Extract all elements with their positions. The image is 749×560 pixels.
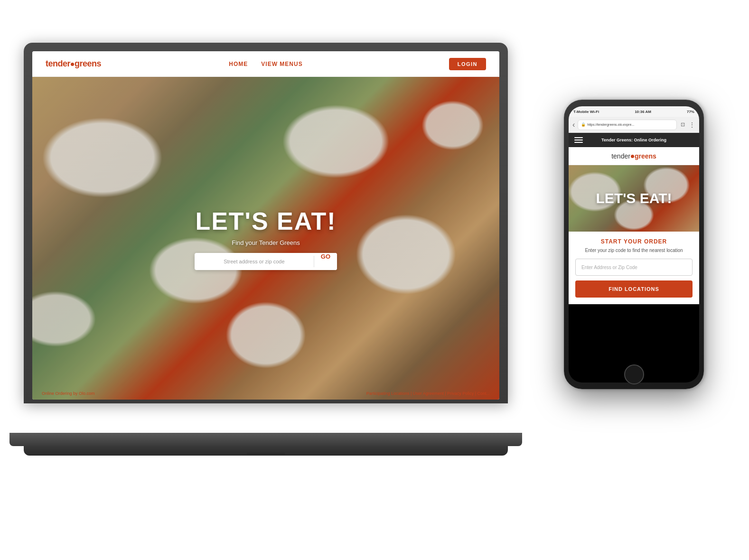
search-address-input[interactable]: Street address or zip code <box>195 259 314 264</box>
phone-device: T-Mobile Wi-Fi 10:36 AM 77% ‹ 🔒 https://… <box>564 100 704 389</box>
phone-screen: T-Mobile Wi-Fi 10:36 AM 77% ‹ 🔒 https://… <box>569 106 699 383</box>
phone-url-field[interactable]: 🔒 https://tendergreens.olo.expre... <box>578 120 677 130</box>
tab-icon[interactable]: ⊡ <box>681 121 685 128</box>
phone-frame: T-Mobile Wi-Fi 10:36 AM 77% ‹ 🔒 https://… <box>564 100 704 389</box>
footer-right: Participating Locations | User Agreement… <box>366 391 490 396</box>
laptop-notch <box>247 453 285 456</box>
phone-home-button[interactable] <box>624 364 644 384</box>
laptop-frame: tendergreens HOME VIEW MENUS LOGIN LET'S <box>24 43 508 403</box>
logo-span-part: greens <box>75 59 101 68</box>
nav-home[interactable]: HOME <box>229 61 248 67</box>
go-button[interactable]: GO <box>314 253 337 270</box>
find-locations-button[interactable]: FIND LOCATIONS <box>575 280 693 298</box>
start-order-heading: START YOUR ORDER <box>575 238 693 245</box>
search-bar[interactable]: Street address or zip code GO <box>195 253 337 270</box>
phone-logo-dot-icon <box>631 155 634 158</box>
phone-url-bar: ‹ 🔒 https://tendergreens.olo.expre... ⊡ … <box>569 117 699 133</box>
phone-back-button[interactable]: ‹ <box>572 121 575 129</box>
phone-page-title-bar: Tender Greens: Online Ordering <box>569 133 699 147</box>
phone-logo-text: tender <box>611 152 630 160</box>
scene: tendergreens HOME VIEW MENUS LOGIN LET'S <box>0 0 749 560</box>
laptop-screen: tendergreens HOME VIEW MENUS LOGIN LET'S <box>32 51 499 400</box>
phone-hero: LET'S EAT! <box>569 165 699 232</box>
phone-logo-span: greens <box>635 152 656 160</box>
site-header: tendergreens HOME VIEW MENUS LOGIN <box>32 51 499 77</box>
phone-battery: 77% <box>687 110 694 114</box>
phone-carrier: T-Mobile Wi-Fi <box>573 110 599 114</box>
logo-dot-icon <box>71 63 74 66</box>
site-nav: HOME VIEW MENUS <box>229 61 302 67</box>
phone-logo: tendergreens <box>611 152 656 160</box>
hero-section: LET'S EAT! Find your Tender Greens Stree… <box>32 77 499 400</box>
lock-icon: 🔒 <box>581 122 586 127</box>
phone-order-section: START YOUR ORDER Enter your zip code to … <box>569 232 699 304</box>
address-input[interactable]: Enter Address or Zip Code <box>575 259 693 276</box>
address-placeholder-text: Enter Address or Zip Code <box>581 265 637 270</box>
laptop-base <box>9 433 522 446</box>
phone-hero-title: LET'S EAT! <box>596 190 672 206</box>
footer-left: Online Ordering by Olo.com <box>42 391 95 396</box>
more-options-icon[interactable]: ⋮ <box>689 121 695 129</box>
site-footer: Online Ordering by Olo.com Participating… <box>32 391 499 396</box>
nav-menus[interactable]: VIEW MENUS <box>261 61 302 67</box>
site-logo: tendergreens <box>46 59 101 69</box>
phone-logo-bar: tendergreens <box>569 147 699 165</box>
hero-title: LET'S EAT! <box>195 207 336 235</box>
laptop-base-foot <box>24 445 508 456</box>
phone-status-bar: T-Mobile Wi-Fi 10:36 AM 77% <box>569 106 699 117</box>
hero-content: LET'S EAT! Find your Tender Greens Stree… <box>195 207 337 270</box>
hero-subtitle: Find your Tender Greens <box>232 239 300 246</box>
logo-text-part: tender <box>46 59 70 68</box>
phone-page-title: Tender Greens: Online Ordering <box>601 138 666 142</box>
hamburger-menu-icon[interactable] <box>574 137 583 143</box>
login-button[interactable]: LOGIN <box>449 58 486 70</box>
hero-background: LET'S EAT! Find your Tender Greens Stree… <box>32 77 499 400</box>
phone-url-text: https://tendergreens.olo.expre... <box>587 123 634 126</box>
order-description: Enter your zip code to find the nearest … <box>575 248 693 253</box>
phone-time: 10:36 AM <box>635 110 651 114</box>
laptop-device: tendergreens HOME VIEW MENUS LOGIN LET'S <box>24 43 522 470</box>
